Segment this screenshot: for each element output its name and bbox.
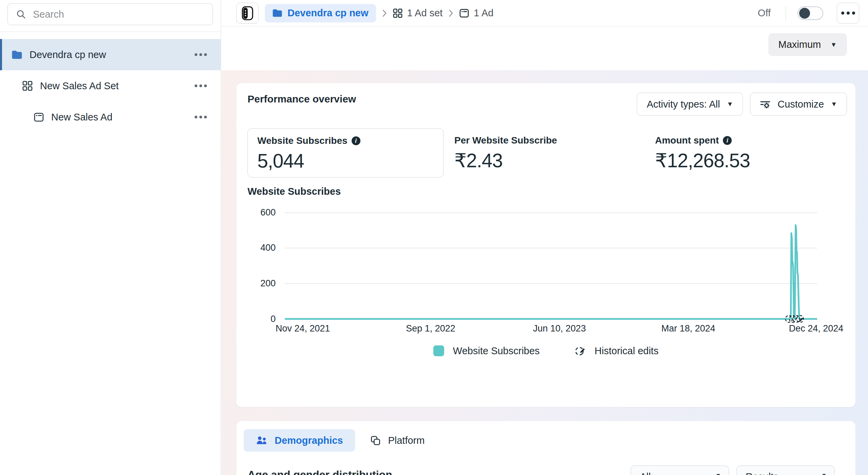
sidebar-item-campaign[interactable]: Devendra cp new bbox=[0, 39, 221, 70]
more-options-button[interactable] bbox=[192, 113, 210, 121]
delivery-status-label: Off bbox=[758, 7, 771, 19]
metric-value: ₹2.43 bbox=[454, 149, 557, 172]
breadcrumb-ad-label: 1 Ad bbox=[474, 7, 493, 19]
adset-grid-icon bbox=[22, 81, 33, 91]
chart-legend: Website Subscribes Historical edits bbox=[236, 345, 855, 357]
x-axis-tick: Dec 24, 2024 bbox=[789, 323, 844, 334]
metric-label: Website Subscribes bbox=[257, 135, 348, 146]
tab-label: Demographics bbox=[275, 435, 343, 446]
tab-label: Platform bbox=[388, 435, 425, 446]
breadcrumb-campaign[interactable]: Devendra cp new bbox=[265, 4, 376, 22]
info-icon[interactable]: i bbox=[352, 136, 360, 145]
caret-down-icon: ▼ bbox=[831, 100, 837, 108]
x-axis-tick: Sep 1, 2022 bbox=[406, 323, 455, 334]
breadcrumb-adset[interactable]: 1 Ad set bbox=[393, 7, 443, 19]
metric-value: 5,044 bbox=[257, 150, 434, 172]
customize-dropdown[interactable]: Customize ▼ bbox=[750, 93, 847, 116]
adset-grid-icon bbox=[393, 8, 402, 18]
breadcrumb-adset-label: 1 Ad set bbox=[407, 7, 443, 19]
breadcrumb-campaign-label: Devendra cp new bbox=[288, 7, 369, 19]
topbar: Devendra cp new 1 Ad set 1 Ad Off bbox=[221, 0, 868, 26]
metric-label: Amount spent bbox=[655, 135, 719, 146]
gender-filter-dropdown[interactable]: All ▾ bbox=[631, 466, 729, 475]
x-axis-tick: Mar 18, 2024 bbox=[661, 323, 715, 334]
filter-label: Results bbox=[746, 471, 778, 475]
performance-title: Performance overview bbox=[248, 93, 356, 105]
legend-label: Website Subscribes bbox=[453, 345, 540, 357]
y-axis-tick: 200 bbox=[242, 278, 276, 289]
sidebar: Search Devendra cp new New Sales Ad Set … bbox=[0, 0, 221, 475]
performance-overview-card: Performance overview Activity types: All… bbox=[236, 83, 855, 407]
main-area: Devendra cp new 1 Ad set 1 Ad Off Maximu… bbox=[221, 0, 868, 475]
divider bbox=[786, 5, 786, 21]
folder-icon bbox=[272, 9, 282, 17]
filter-label: All bbox=[640, 471, 651, 475]
section-heading: Age and gender distribution bbox=[248, 469, 392, 475]
metric-label: Per Website Subscribe bbox=[454, 135, 557, 146]
collapse-sidebar-icon bbox=[241, 6, 254, 21]
info-icon[interactable]: i bbox=[723, 136, 732, 145]
y-axis-tick: 600 bbox=[242, 207, 276, 218]
x-axis-tick: Jun 10, 2023 bbox=[533, 323, 586, 334]
chevron-right-icon bbox=[382, 9, 387, 17]
metric-card-per-website-subscribe[interactable]: Per Website Subscribe ₹2.43 bbox=[445, 128, 567, 177]
activity-types-label: Activity types: All bbox=[647, 99, 720, 110]
ellipsis-icon bbox=[841, 12, 855, 15]
ad-window-icon bbox=[459, 9, 469, 18]
metric-card-website-subscribes[interactable]: Website Subscribes i 5,044 bbox=[248, 128, 443, 177]
collapse-sidebar-button[interactable] bbox=[236, 3, 259, 24]
website-subscribes-chart bbox=[285, 209, 817, 324]
breadcrumb-ad[interactable]: 1 Ad bbox=[459, 7, 493, 19]
search-input[interactable]: Search bbox=[7, 3, 213, 25]
y-axis-tick: 0 bbox=[242, 314, 276, 324]
tab-platform[interactable]: Platform bbox=[358, 429, 437, 452]
customize-label: Customize bbox=[777, 99, 824, 110]
more-options-button[interactable] bbox=[192, 51, 210, 59]
sidebar-divider bbox=[0, 32, 221, 32]
folder-icon bbox=[12, 50, 22, 59]
sidebar-item-label: New Sales Ad Set bbox=[40, 80, 119, 92]
more-menu-button[interactable] bbox=[837, 3, 859, 24]
sidebar-item-label: New Sales Ad bbox=[51, 112, 113, 123]
content-scroll-area: Performance overview Activity types: All… bbox=[221, 70, 868, 475]
toggle-knob bbox=[799, 8, 810, 19]
budget-dropdown-label: Maximum bbox=[778, 39, 821, 50]
y-axis-tick: 400 bbox=[242, 243, 276, 253]
ad-window-icon bbox=[34, 113, 44, 122]
activity-types-dropdown[interactable]: Activity types: All ▼ bbox=[637, 93, 743, 116]
ads-manager-app: Search Devendra cp new New Sales Ad Set … bbox=[0, 0, 868, 475]
chart-title: Website Subscribes bbox=[248, 186, 341, 197]
x-axis-tick: Nov 24, 2021 bbox=[276, 323, 330, 334]
legend-label: Historical edits bbox=[595, 345, 659, 357]
search-icon bbox=[16, 9, 26, 19]
sidebar-item-ad[interactable]: New Sales Ad bbox=[0, 101, 221, 133]
breakdown-tabs: Demographics Platform bbox=[244, 429, 437, 452]
caret-down-icon: ▼ bbox=[830, 41, 837, 49]
search-placeholder: Search bbox=[33, 9, 64, 20]
sidebar-item-label: Devendra cp new bbox=[29, 49, 106, 60]
section-filters: All ▾ Results ▾ bbox=[631, 466, 835, 475]
ad-status-toggle[interactable] bbox=[797, 6, 823, 20]
breakdown-card: Demographics Platform Age and gender dis… bbox=[236, 421, 855, 475]
metric-value: ₹12,268.53 bbox=[655, 149, 750, 172]
historical-edits-icon bbox=[574, 345, 586, 357]
more-options-button[interactable] bbox=[192, 82, 210, 90]
customize-icon bbox=[760, 99, 771, 109]
people-icon bbox=[256, 435, 267, 445]
platform-icon bbox=[371, 436, 380, 445]
chevron-right-icon bbox=[449, 9, 453, 17]
metric-filter-dropdown[interactable]: Results ▾ bbox=[736, 466, 835, 475]
caret-down-icon: ▾ bbox=[716, 471, 720, 475]
legend-swatch-teal bbox=[433, 345, 444, 356]
toolbar-strip: Maximum ▼ bbox=[221, 26, 868, 70]
budget-dropdown[interactable]: Maximum ▼ bbox=[768, 33, 847, 56]
sidebar-item-adset[interactable]: New Sales Ad Set bbox=[0, 70, 221, 101]
caret-down-icon: ▼ bbox=[727, 100, 733, 108]
caret-down-icon: ▾ bbox=[822, 471, 826, 475]
tab-demographics[interactable]: Demographics bbox=[244, 429, 355, 452]
metric-card-amount-spent[interactable]: Amount spent i ₹12,268.53 bbox=[646, 128, 760, 177]
